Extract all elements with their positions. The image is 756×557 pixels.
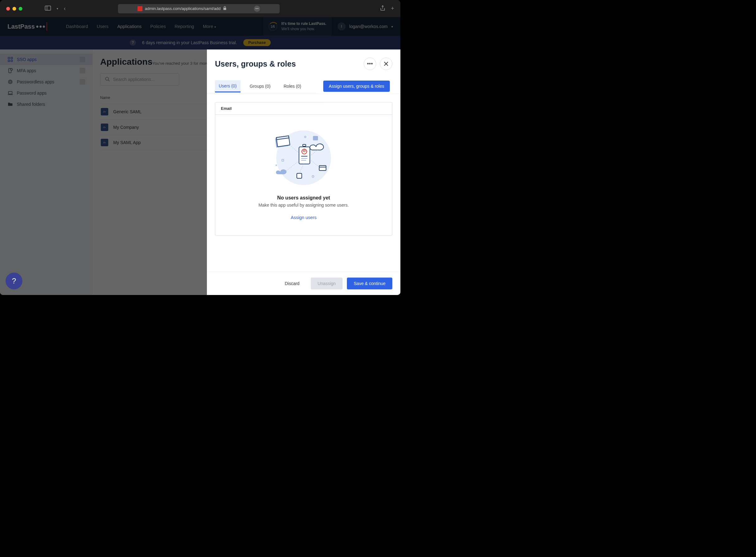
more-options-button[interactable]: ••• <box>364 58 376 70</box>
nav-applications[interactable]: Applications <box>117 18 142 35</box>
onboarding-card[interactable]: 1/6 It's time to rule LastPass. We'll sh… <box>264 17 331 36</box>
chevron-down-icon: ▾ <box>214 25 216 29</box>
search-icon <box>105 77 110 83</box>
svg-point-9 <box>8 80 12 84</box>
svg-point-13 <box>105 77 109 80</box>
nav-dashboard[interactable]: Dashboard <box>66 18 88 35</box>
info-badge-icon <box>80 68 85 74</box>
svg-rect-6 <box>11 60 12 62</box>
onboard-subtitle: We'll show you how. <box>281 26 326 32</box>
sidebar-item-shared-folders[interactable]: Shared folders <box>0 99 93 110</box>
lock-icon <box>223 6 226 11</box>
discard-button[interactable]: Discard <box>278 277 306 289</box>
sidebar-item-label: MFA apps <box>17 68 36 73</box>
top-navigation: LastPass••• Dashboard Users Applications… <box>0 17 400 36</box>
svg-rect-3 <box>8 57 10 59</box>
side-panel: Users, groups & roles ••• Users (0) Grou… <box>207 50 400 295</box>
assign-users-groups-roles-button[interactable]: Assign users, groups & roles <box>323 81 390 92</box>
unassign-button[interactable]: Unassign <box>311 277 342 289</box>
nav-policies[interactable]: Policies <box>150 18 166 35</box>
svg-point-8 <box>10 68 12 70</box>
search-placeholder: Search applications... <box>113 77 155 82</box>
empty-state-description: Make this app useful by assigning some u… <box>259 203 349 208</box>
svg-rect-31 <box>297 173 302 178</box>
panel-title: Users, groups & roles <box>215 59 296 68</box>
phone-shield-icon <box>7 68 13 74</box>
trial-text: 6 days remaining in your LastPass Busine… <box>142 40 237 45</box>
browser-chrome: ▾ ‹ admin.lastpass.com/applications/saml… <box>0 0 400 17</box>
panel-footer: Discard Unassign Save & continue <box>207 272 400 295</box>
subtitle-note: You've reached your 3 for more. <box>152 61 210 66</box>
nav-more[interactable]: More ▾ <box>203 18 216 35</box>
minimize-window[interactable] <box>12 7 16 10</box>
close-panel-button[interactable] <box>380 58 392 70</box>
nav-users[interactable]: Users <box>97 18 109 35</box>
svg-rect-28 <box>313 136 318 140</box>
trial-banner: ? 6 days remaining in your LastPass Busi… <box>0 36 400 50</box>
logo[interactable]: LastPass••• <box>7 22 47 31</box>
app-name: My SAML App <box>113 140 141 145</box>
save-continue-button[interactable]: Save & continue <box>347 277 392 289</box>
progress-ring-icon: 1/6 <box>269 22 277 31</box>
favicon-icon <box>138 6 143 11</box>
tab-groups[interactable]: Groups (0) <box>246 81 274 92</box>
empty-state: Email <box>215 102 392 236</box>
url-bar[interactable]: admin.lastpass.com/applications/saml/add… <box>118 4 280 13</box>
sidebar-item-label: Passwordless apps <box>17 79 55 84</box>
svg-rect-0 <box>45 6 51 10</box>
user-menu[interactable]: l logan@workos.com ▾ <box>338 22 393 30</box>
assign-users-link[interactable]: Assign users <box>291 215 316 220</box>
tab-users[interactable]: Users (0) <box>215 80 241 92</box>
highlight-callout: Assign users, groups & roles <box>321 79 392 94</box>
app-icon: A› <box>101 123 108 131</box>
empty-illustration-icon <box>273 130 335 186</box>
email-column-header: Email <box>215 102 392 115</box>
logo-text: LastPass <box>7 23 35 30</box>
window-controls <box>6 7 22 10</box>
purchase-button[interactable]: Purchase <box>243 39 271 46</box>
avatar: l <box>338 22 346 30</box>
info-badge-icon <box>80 79 85 85</box>
sidebar-item-sso-apps[interactable]: SSO apps <box>0 54 93 65</box>
chevron-down-icon: ▾ <box>391 25 393 28</box>
share-icon[interactable] <box>380 5 385 12</box>
nav-items: Dashboard Users Applications Policies Re… <box>66 18 216 35</box>
app-name: Generic SAML <box>113 109 142 114</box>
url-options-icon[interactable]: ••• <box>254 6 260 12</box>
url-text: admin.lastpass.com/applications/saml/add <box>145 6 221 11</box>
svg-rect-2 <box>223 8 226 10</box>
sidebar-toggle-icon[interactable] <box>45 6 51 12</box>
new-tab-icon[interactable]: + <box>391 5 394 12</box>
svg-rect-29 <box>319 166 326 171</box>
sidebar: SSO apps MFA apps Passwordless apps Pass… <box>0 50 93 295</box>
chevron-down-icon[interactable]: ▾ <box>57 7 58 10</box>
nav-reporting[interactable]: Reporting <box>175 18 194 35</box>
sidebar-item-passwordless-apps[interactable]: Passwordless apps <box>0 76 93 87</box>
help-fab-button[interactable]: ? <box>6 272 22 289</box>
maximize-window[interactable] <box>19 7 22 10</box>
app-name: My Company <box>113 125 139 130</box>
info-badge-icon <box>80 57 85 62</box>
question-icon[interactable]: ? <box>130 39 136 46</box>
user-email: logan@workos.com <box>350 24 388 29</box>
sidebar-item-label: Shared folders <box>17 102 45 107</box>
tab-roles[interactable]: Roles (0) <box>280 81 305 92</box>
svg-rect-4 <box>11 57 12 59</box>
sidebar-item-label: SSO apps <box>17 57 37 62</box>
close-window[interactable] <box>6 7 10 10</box>
sidebar-item-label: Password apps <box>17 91 47 95</box>
sidebar-item-password-apps[interactable]: Password apps <box>0 87 93 99</box>
tabs-row: Users (0) Groups (0) Roles (0) Assign us… <box>207 73 400 94</box>
logo-dots-icon: ••• <box>36 22 47 31</box>
grid-icon <box>7 57 13 62</box>
empty-state-title: No users assigned yet <box>277 195 330 201</box>
folder-share-icon <box>7 101 13 107</box>
back-icon[interactable]: ‹ <box>64 5 66 12</box>
onboard-title: It's time to rule LastPass. <box>281 21 326 26</box>
laptop-icon <box>7 90 13 96</box>
sidebar-item-mfa-apps[interactable]: MFA apps <box>0 65 93 76</box>
svg-line-14 <box>108 80 110 81</box>
search-input[interactable]: Search applications... <box>100 73 179 86</box>
fingerprint-icon <box>7 79 13 85</box>
question-icon: ? <box>12 276 16 285</box>
